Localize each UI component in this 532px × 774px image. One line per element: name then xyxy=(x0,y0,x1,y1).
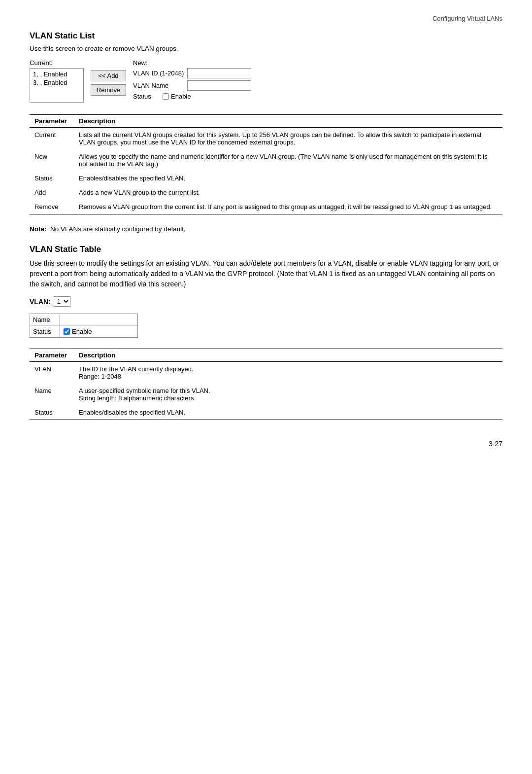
param-status: Status xyxy=(30,171,74,185)
current-item-2[interactable]: 3, , Enabled xyxy=(33,79,80,86)
param-col-header: Parameter xyxy=(30,115,74,128)
vst-enable-checkbox[interactable] xyxy=(64,328,70,335)
vlan-selector-label: VLAN: xyxy=(30,298,51,306)
param-remove: Remove xyxy=(30,200,74,214)
vlan-name-input[interactable] xyxy=(187,80,251,91)
status-label: Status xyxy=(133,93,163,100)
current-label: Current: xyxy=(30,59,84,67)
table-row: Status Enables/disables the specified VL… xyxy=(30,405,502,420)
desc-remove: Removes a VLAN group from the current li… xyxy=(74,200,502,214)
vlan-static-table-desc: Use this screen to modify the settings f… xyxy=(30,258,502,289)
table-row: New Allows you to specify the name and n… xyxy=(30,149,502,171)
vst-name-row: Name xyxy=(30,314,137,326)
desc-new: Allows you to specify the name and numer… xyxy=(74,149,502,171)
vst-enable-group: Enable xyxy=(60,326,96,337)
vlan-static-table-heading: VLAN Static Table xyxy=(30,245,502,254)
current-list[interactable]: 1, , Enabled 3, , Enabled xyxy=(30,68,84,103)
vlan-static-list-form: Current: 1, , Enabled 3, , Enabled << Ad… xyxy=(30,59,502,103)
param-col-header-2: Parameter xyxy=(30,349,74,362)
desc-add: Adds a new VLAN group to the current lis… xyxy=(74,185,502,200)
new-label: New: xyxy=(133,59,251,67)
current-section: Current: 1, , Enabled 3, , Enabled xyxy=(30,59,84,103)
vst-enable-label: Enable xyxy=(72,328,92,335)
vlan-name-label: VLAN Name xyxy=(133,82,187,89)
vlan-static-list-heading: VLAN Static List xyxy=(30,31,502,41)
desc-current: Lists all the current VLAN groups create… xyxy=(74,128,502,150)
note-keyword: Note: xyxy=(30,225,47,233)
enable-checkbox[interactable] xyxy=(163,93,169,100)
param-new: New xyxy=(30,149,74,171)
vlan-id-label: VLAN ID (1-2048) xyxy=(133,70,187,77)
remove-button[interactable]: Remove xyxy=(91,84,126,96)
table-row: Remove Removes a VLAN group from the cur… xyxy=(30,200,502,214)
param-vlan: VLAN xyxy=(30,362,74,384)
table-row: Add Adds a new VLAN group to the current… xyxy=(30,185,502,200)
vlan-static-table-param-table: Parameter Description VLAN The ID for th… xyxy=(30,349,502,420)
param-name: Name xyxy=(30,384,74,405)
vlan-selector-row: VLAN: 1 xyxy=(30,296,502,307)
vlan-selector[interactable]: 1 xyxy=(54,296,70,307)
enable-label: Enable xyxy=(171,93,191,100)
vst-status-label: Status xyxy=(30,326,60,337)
param-status-2: Status xyxy=(30,405,74,420)
page-number: 3-27 xyxy=(30,440,502,448)
vlan-id-input[interactable] xyxy=(187,68,251,78)
vst-status-row: Status Enable xyxy=(30,326,137,337)
page-header: Configuring Virtual LANs xyxy=(30,15,502,22)
vlan-name-row: VLAN Name xyxy=(133,80,251,91)
desc-status-2: Enables/disables the specified VLAN. xyxy=(74,405,502,420)
add-button[interactable]: << Add xyxy=(91,70,126,81)
note-line: Note: No VLANs are statically configured… xyxy=(30,225,502,233)
desc-vlan: The ID for the VLAN currently displayed.… xyxy=(74,362,502,384)
table-row: Name A user-specified symbolic name for … xyxy=(30,384,502,405)
vlan-static-list-subtitle: Use this screen to create or remove VLAN… xyxy=(30,45,502,52)
button-group: << Add Remove xyxy=(91,70,126,96)
param-current: Current xyxy=(30,128,74,150)
desc-col-header: Description xyxy=(74,115,502,128)
table-row: Current Lists all the current VLAN group… xyxy=(30,128,502,150)
desc-name: A user-specified symbolic name for this … xyxy=(74,384,502,405)
vlan-id-row: VLAN ID (1-2048) xyxy=(133,68,251,78)
note-text: No VLANs are statically configured by de… xyxy=(48,225,185,233)
enable-checkbox-group: Enable xyxy=(163,93,191,100)
current-item-1[interactable]: 1, , Enabled xyxy=(33,70,80,78)
new-section: New: VLAN ID (1-2048) VLAN Name Status E… xyxy=(133,59,251,102)
vst-name-input[interactable] xyxy=(60,315,129,325)
page-number-text: 3-27 xyxy=(489,440,502,448)
desc-col-header-2: Description xyxy=(74,349,502,362)
param-add: Add xyxy=(30,185,74,200)
vlan-name-status-box: Name Status Enable xyxy=(30,314,138,338)
table-row: Status Enables/disables the specified VL… xyxy=(30,171,502,185)
desc-status: Enables/disables the specified VLAN. xyxy=(74,171,502,185)
vst-name-label: Name xyxy=(30,314,60,325)
status-row: Status Enable xyxy=(133,93,251,100)
vlan-static-list-param-table: Parameter Description Current Lists all … xyxy=(30,114,502,214)
table-row: VLAN The ID for the VLAN currently displ… xyxy=(30,362,502,384)
page-header-title: Configuring Virtual LANs xyxy=(432,15,502,22)
